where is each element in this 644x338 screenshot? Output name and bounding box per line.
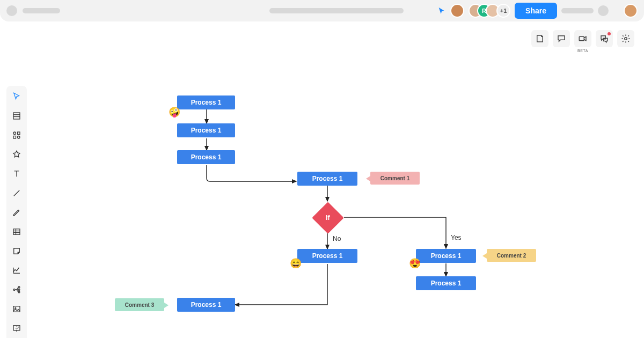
presence-cursor-icon	[437, 6, 446, 15]
node-process[interactable]: Process 1	[177, 150, 235, 164]
top-toolbar: R +1 Share	[0, 0, 644, 21]
user-avatar[interactable]	[624, 4, 638, 18]
edge-label-no: No	[333, 235, 341, 243]
node-label: Process 1	[191, 153, 222, 161]
node-label: If	[326, 214, 330, 222]
node-process[interactable]: Process 1	[177, 298, 235, 312]
emoji-reaction[interactable]: 😍	[409, 258, 421, 269]
node-process[interactable]: Process 1	[416, 276, 476, 290]
share-button[interactable]: Share	[515, 3, 557, 19]
comment-text: Comment 3	[125, 302, 154, 308]
title-placeholder	[23, 8, 60, 13]
comment-tail-icon	[482, 253, 487, 259]
presence-avatar-group: R +1	[469, 4, 510, 18]
node-process[interactable]: Process 1	[416, 249, 476, 263]
node-label: Process 1	[191, 99, 222, 106]
toolbar-placeholder	[561, 8, 594, 13]
node-process[interactable]: Process 1	[297, 249, 357, 263]
comment-bubble[interactable]: Comment 2	[487, 249, 536, 262]
node-process[interactable]: Process 1	[177, 123, 235, 137]
comment-bubble[interactable]: Comment 3	[115, 298, 164, 311]
node-process[interactable]: Process 1	[297, 172, 357, 186]
presence-section: R +1 Share	[437, 3, 638, 19]
emoji-reaction[interactable]: 🤪	[169, 106, 180, 118]
node-label: Process 1	[191, 301, 222, 308]
comment-bubble[interactable]: Comment 1	[370, 172, 420, 185]
node-label: Process 1	[431, 252, 462, 260]
comment-text: Comment 2	[497, 253, 526, 259]
node-label: Process 1	[191, 127, 222, 134]
node-label: Process 1	[312, 175, 343, 182]
presence-overflow-count[interactable]: +1	[496, 4, 510, 18]
comment-tail-icon	[366, 176, 370, 181]
node-label: Process 1	[312, 252, 343, 260]
emoji-reaction[interactable]: 😄	[290, 258, 302, 269]
edge-label-yes: Yes	[451, 234, 462, 241]
diagram-canvas[interactable]: Process 1 Process 1 Process 1 Process 1 …	[0, 21, 644, 338]
node-process[interactable]: Process 1	[177, 95, 235, 109]
center-placeholder	[269, 8, 404, 13]
node-decision[interactable]: If	[312, 202, 343, 233]
presence-avatar-primary[interactable]	[450, 4, 464, 18]
toolbar-icon-placeholder	[598, 5, 609, 16]
comment-tail-icon	[164, 303, 169, 308]
menu-placeholder-icon	[6, 5, 17, 16]
node-label: Process 1	[431, 280, 462, 287]
comment-text: Comment 1	[380, 175, 409, 181]
